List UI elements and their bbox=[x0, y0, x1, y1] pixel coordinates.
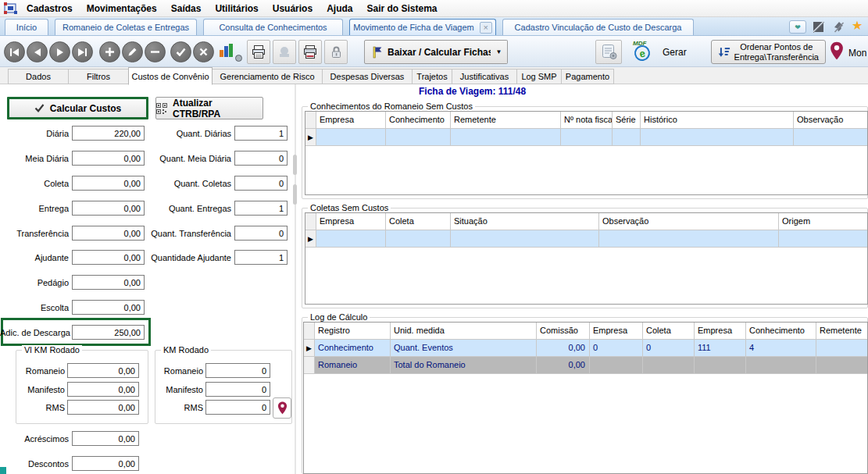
panel-splitter[interactable] bbox=[295, 84, 296, 474]
script-button[interactable] bbox=[595, 40, 622, 64]
edit-record-button[interactable] bbox=[122, 41, 143, 62]
column-header[interactable]: Comissão bbox=[537, 323, 590, 339]
menu-utilitarios[interactable]: Utilitários bbox=[208, 0, 265, 17]
column-header[interactable]: Registro bbox=[315, 323, 391, 339]
column-header[interactable]: Coleta bbox=[386, 213, 451, 230]
adic-descarga-input[interactable]: 250,00 bbox=[72, 325, 145, 340]
tab-movimento-ficha-viagem[interactable]: Movimento de Ficha de Viagem × bbox=[349, 19, 496, 35]
km-rms-input[interactable]: 0 bbox=[205, 400, 270, 415]
vl-romaneio-input[interactable]: 0,00 bbox=[67, 363, 139, 378]
table-row[interactable]: ▶ bbox=[305, 230, 867, 248]
lock-button[interactable] bbox=[324, 40, 348, 64]
atualizar-ctrb-rpa-button[interactable]: Atualizar CTRB/RPA bbox=[155, 97, 263, 119]
menu-movimentacoes[interactable]: Movimentações bbox=[80, 0, 164, 17]
column-header[interactable]: Empresa bbox=[695, 323, 746, 339]
slashed-pin-icon[interactable] bbox=[833, 21, 845, 34]
tab-pagamento[interactable]: Pagamento bbox=[561, 69, 614, 84]
menu-usuarios[interactable]: Usuários bbox=[266, 0, 320, 17]
quant-meia-diaria-input[interactable]: 0 bbox=[234, 151, 288, 166]
tab-gerenciamento-de-risco[interactable]: Gerenciamento de Risco bbox=[212, 69, 323, 84]
tab-cadastro-vinculacao-custo-descarga[interactable]: Cadastro Vinculação de Custo de Descarga bbox=[502, 19, 694, 35]
column-header[interactable]: Origem bbox=[779, 213, 867, 230]
mdfe-logo[interactable]: MDF e bbox=[630, 40, 656, 63]
delete-record-button[interactable] bbox=[145, 41, 166, 62]
pedagio-input[interactable]: 0,00 bbox=[72, 275, 145, 290]
last-record-button[interactable] bbox=[72, 41, 93, 62]
baixar-calcular-fichas-button[interactable]: Baixar / Calcular Fichas bbox=[364, 40, 502, 64]
tab-trajetos[interactable]: Trajetos bbox=[412, 69, 452, 84]
quant-coletas-input[interactable]: 0 bbox=[234, 176, 288, 191]
cancel-button[interactable] bbox=[193, 41, 214, 62]
column-header[interactable]: Conhecimento bbox=[746, 323, 816, 339]
tab-consulta-conhecimentos[interactable]: Consulta de Conhecimentos bbox=[203, 19, 343, 35]
ordenar-pontos-button[interactable]: Ordenar Pontos de Entrega\Transferência bbox=[711, 40, 826, 64]
menu-sair[interactable]: Sair do Sistema bbox=[359, 0, 444, 17]
first-record-button[interactable] bbox=[4, 41, 25, 62]
column-header[interactable]: Observação bbox=[794, 112, 867, 128]
column-header[interactable]: Remetente bbox=[451, 112, 561, 128]
entrega-input[interactable]: 0,00 bbox=[72, 201, 145, 216]
column-header[interactable]: Série bbox=[613, 112, 641, 128]
transferencia-input[interactable]: 0,00 bbox=[72, 226, 145, 241]
column-header[interactable]: Conhecimento bbox=[386, 112, 451, 128]
confirm-button[interactable] bbox=[170, 41, 191, 62]
column-header[interactable]: Observação bbox=[599, 213, 779, 230]
acrescimos-input[interactable]: 0,00 bbox=[72, 431, 139, 446]
tab-overflow-button[interactable]: ❤ bbox=[789, 20, 806, 34]
column-header[interactable]: Nº nota fiscal bbox=[561, 112, 613, 128]
tab-despesas-diversas[interactable]: Despesas Diversas bbox=[322, 69, 413, 84]
column-header[interactable]: Situação bbox=[451, 213, 599, 230]
column-header[interactable]: Coleta bbox=[643, 323, 695, 339]
quantidade-ajudante-input[interactable]: 1 bbox=[234, 250, 288, 265]
diaria-input[interactable]: 220,00 bbox=[72, 126, 145, 141]
tab-romaneio-coletas-entregas[interactable]: Romaneio de Coletas e Entregas bbox=[55, 19, 197, 35]
splitter-thumb[interactable] bbox=[293, 155, 297, 175]
ajudante-input[interactable]: 0,00 bbox=[72, 250, 145, 265]
table-row[interactable]: Romaneio Total do Romaneio 0,00 bbox=[304, 357, 867, 374]
print-preview-button[interactable] bbox=[247, 40, 270, 64]
tab-justificativas[interactable]: Justificativas bbox=[452, 69, 517, 84]
tab-filtros[interactable]: Filtros bbox=[68, 69, 129, 84]
tab-dados[interactable]: Dados bbox=[8, 69, 69, 84]
add-record-button[interactable] bbox=[99, 41, 120, 62]
splitter-thumb[interactable] bbox=[293, 184, 297, 205]
column-header[interactable]: Remetente bbox=[816, 323, 867, 339]
menu-saidas[interactable]: Saídas bbox=[164, 0, 209, 17]
column-header[interactable]: Empresa bbox=[316, 213, 386, 230]
km-manifesto-input[interactable]: 0 bbox=[205, 382, 270, 397]
tab-custos-de-convenio[interactable]: Custos de Convênio bbox=[128, 67, 213, 85]
vl-manifesto-input[interactable]: 0,00 bbox=[67, 382, 139, 397]
km-romaneio-input[interactable]: 0 bbox=[205, 363, 270, 378]
column-header[interactable]: Empresa bbox=[590, 323, 643, 339]
menu-cadastros[interactable]: Cadastros bbox=[20, 0, 80, 17]
escolta-input[interactable]: 0,00 bbox=[72, 300, 145, 315]
previous-record-button[interactable] bbox=[27, 41, 48, 62]
chart-button[interactable] bbox=[220, 43, 240, 60]
quant-transferencia-input[interactable]: 0 bbox=[234, 226, 288, 241]
descontos-input[interactable]: 0,00 bbox=[72, 456, 139, 471]
close-icon[interactable]: × bbox=[480, 22, 492, 34]
print-button[interactable] bbox=[298, 40, 322, 64]
star-icon[interactable]: ★ bbox=[852, 20, 863, 32]
map-pin-icon[interactable] bbox=[830, 41, 844, 60]
km-map-button[interactable] bbox=[273, 397, 291, 419]
slashed-square-icon[interactable] bbox=[813, 21, 825, 34]
menu-ajuda[interactable]: Ajuda bbox=[320, 0, 359, 17]
next-record-button[interactable] bbox=[49, 41, 70, 62]
column-header[interactable]: Empresa bbox=[316, 112, 386, 128]
tab-log-smp[interactable]: Log SMP bbox=[516, 69, 562, 84]
tab-inicio[interactable]: Início bbox=[5, 19, 48, 35]
quant-entregas-input[interactable]: 1 bbox=[234, 201, 288, 216]
gerar-label[interactable]: Gerar bbox=[663, 47, 687, 58]
coleta-input[interactable]: 0,00 bbox=[72, 176, 145, 191]
column-header[interactable]: Histórico bbox=[641, 112, 794, 128]
table-row[interactable]: ▶ bbox=[305, 129, 867, 146]
calcular-custos-button[interactable]: Calcular Custos bbox=[7, 97, 148, 119]
column-header[interactable]: Unid. medida bbox=[391, 323, 537, 339]
vl-manifesto-label: Manifesto bbox=[16, 385, 65, 394]
vl-rms-input[interactable]: 0,00 bbox=[67, 400, 139, 415]
meia-diaria-input[interactable]: 0,00 bbox=[72, 151, 145, 166]
table-row[interactable]: ▶ Conhecimento Quant. Eventos 0,00 0 0 1… bbox=[304, 340, 867, 357]
baixar-dropdown-button[interactable]: ▼ bbox=[491, 40, 508, 64]
quant-diarias-input[interactable]: 1 bbox=[234, 126, 288, 141]
